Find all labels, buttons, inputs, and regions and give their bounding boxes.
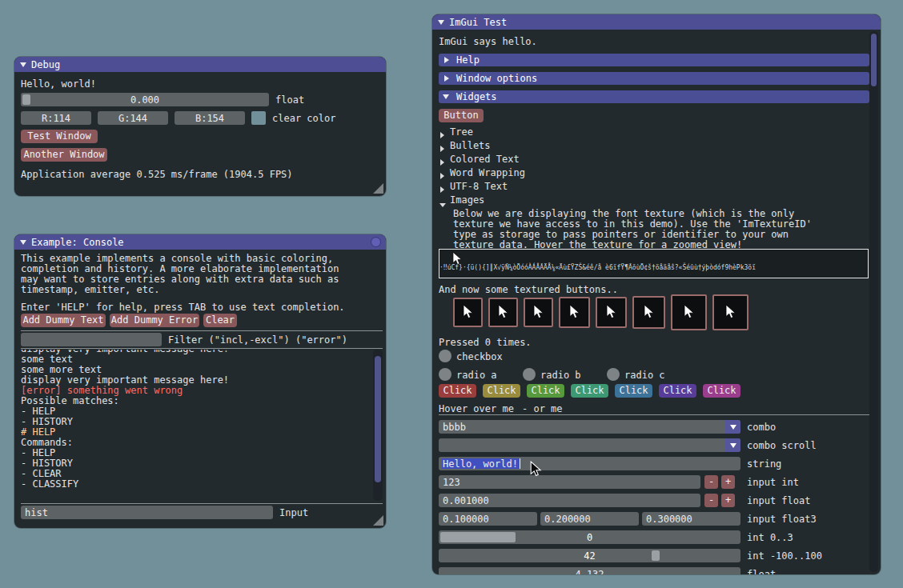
decrement-button[interactable]: - <box>704 494 718 507</box>
texture-glyph-line: ·‼úCf}·{ü(){]║X√ÿÑ¼òÖóóÀÁÂÃÄÅ⅛«Äù£ŸZŠ&éê… <box>439 264 868 271</box>
int-input-label: input int <box>747 477 799 488</box>
tree-node-label[interactable]: Word Wrapping <box>450 167 525 178</box>
int-slider[interactable]: 0 <box>439 530 740 544</box>
clear-button[interactable]: Clear <box>203 314 237 327</box>
click-button-1[interactable]: Click <box>439 384 476 398</box>
button-widget[interactable]: Button <box>439 109 484 122</box>
cursor-glyph-icon <box>569 304 580 320</box>
radio-c[interactable] <box>607 368 620 381</box>
image-button[interactable] <box>524 298 553 327</box>
resize-grip[interactable] <box>373 183 383 194</box>
float3-input-y[interactable]: 0.200000 <box>540 512 639 526</box>
image-button[interactable] <box>596 297 627 328</box>
color-g-field[interactable]: G:144 <box>98 111 168 125</box>
image-button[interactable] <box>559 297 590 328</box>
header-widgets[interactable]: Widgets <box>439 90 869 103</box>
font-texture-image[interactable]: ·‼úCf}·{ü(){]║X√ÿÑ¼òÖóóÀÁÂÃÄÅ⅛«Äù£ŸZŠ&éê… <box>439 249 869 278</box>
console-command-input[interactable]: hist <box>21 506 273 519</box>
log-line: Possible matches: <box>21 396 370 406</box>
filter-input[interactable] <box>21 333 162 346</box>
click-button-2[interactable]: Click <box>483 384 520 398</box>
collapse-arrow-icon[interactable] <box>20 62 26 67</box>
tree-node-label[interactable]: Images <box>450 194 484 206</box>
resize-grip[interactable] <box>373 515 383 526</box>
window-scrollbar[interactable] <box>869 31 878 572</box>
radio-b-label[interactable]: radio b <box>540 370 581 381</box>
int-slider-value: 0 <box>439 532 740 543</box>
checkbox[interactable] <box>439 350 451 362</box>
image-button[interactable] <box>453 298 483 327</box>
hover-over-me-text[interactable]: Hover over me <box>439 403 514 414</box>
log-scrollbar[interactable] <box>373 350 383 501</box>
header-help[interactable]: Help <box>439 54 869 66</box>
window-scrollbar-grab[interactable] <box>871 34 877 86</box>
checkbox-label[interactable]: checkbox <box>456 351 503 362</box>
combo-scroll-box[interactable] <box>439 438 740 452</box>
color-b-field[interactable]: B:154 <box>175 111 245 125</box>
float-slider-clipped[interactable]: 4.132 <box>439 567 740 574</box>
header-window-options[interactable]: Window options <box>439 72 869 85</box>
float-slider[interactable]: 0.000 <box>21 93 269 106</box>
image-button[interactable] <box>488 298 518 327</box>
increment-button[interactable]: + <box>721 475 735 489</box>
tree-node-label[interactable]: UTF-8 Text <box>450 181 508 192</box>
float3-input-z[interactable]: 0.300000 <box>642 512 740 526</box>
tree-node-word-wrapping[interactable] <box>440 170 444 182</box>
float-input[interactable]: 0.001000 <box>439 494 700 507</box>
test-titlebar[interactable]: ImGui Test <box>432 14 881 30</box>
click-button-6[interactable]: Click <box>659 384 696 398</box>
tree-arrow-icon <box>440 173 444 179</box>
string-input-value: Hello, world! <box>443 458 518 470</box>
or-me-text[interactable]: - or me <box>522 403 563 414</box>
click-button-3[interactable]: Click <box>527 384 564 398</box>
another-window-button[interactable]: Another Window <box>21 148 107 162</box>
radio-a[interactable] <box>439 368 451 381</box>
collapse-arrow-icon[interactable] <box>20 240 26 245</box>
tree-arrow-down-icon <box>439 203 446 207</box>
log-line: - CLASSIFY <box>21 479 370 490</box>
image-button[interactable] <box>671 294 707 330</box>
add-dummy-text-button[interactable]: Add Dummy Text <box>21 314 106 327</box>
separator <box>21 503 383 504</box>
tree-node-label[interactable]: Colored Text <box>450 154 520 165</box>
decrement-button[interactable]: - <box>704 475 718 489</box>
tree-node-label[interactable]: Bullets <box>450 140 491 151</box>
tree-node-images[interactable] <box>439 198 446 210</box>
radio-b[interactable] <box>523 368 536 381</box>
tree-node-bullets[interactable] <box>440 143 444 154</box>
string-input[interactable]: Hello, world! <box>439 457 740 470</box>
radio-a-label[interactable]: radio a <box>456 370 497 381</box>
click-button-5[interactable]: Click <box>615 384 652 398</box>
radio-c-label[interactable]: radio c <box>624 370 665 381</box>
log-line-command: # HELP <box>21 427 370 438</box>
console-window: Example: Console This example implements… <box>14 234 386 528</box>
tree-node-colored-text[interactable] <box>440 157 444 168</box>
collapse-arrow-icon[interactable] <box>438 20 444 25</box>
tree-node-tree[interactable] <box>440 130 444 141</box>
debug-titlebar[interactable]: Debug <box>14 57 386 72</box>
text-caret <box>520 458 520 469</box>
tree-node-label[interactable]: Tree <box>450 126 473 138</box>
cursor-glyph-icon <box>606 304 617 320</box>
combo-arrow-button[interactable] <box>725 438 740 452</box>
add-dummy-error-button[interactable]: Add Dummy Error <box>110 314 199 327</box>
chevron-down-icon <box>730 443 736 448</box>
color-r-field[interactable]: R:114 <box>21 111 91 125</box>
int-range-slider[interactable]: 42 <box>439 549 740 562</box>
combo-arrow-button[interactable] <box>725 420 740 434</box>
float3-input-x[interactable]: 0.100000 <box>439 512 537 526</box>
image-button[interactable] <box>632 296 665 329</box>
header-label: Widgets <box>456 90 497 103</box>
click-button-4[interactable]: Click <box>571 384 608 398</box>
int-input[interactable]: 123 <box>439 475 700 489</box>
combo-box[interactable]: bbbb <box>439 420 740 434</box>
separator <box>21 330 383 331</box>
log-scrollbar-grab[interactable] <box>375 356 381 482</box>
console-titlebar[interactable]: Example: Console <box>14 234 386 250</box>
click-button-7[interactable]: Click <box>703 384 740 398</box>
close-icon[interactable] <box>371 237 381 247</box>
increment-button[interactable]: + <box>721 494 735 507</box>
tree-node-utf8[interactable] <box>440 184 444 195</box>
image-button[interactable] <box>712 294 748 330</box>
test-window-button[interactable]: Test Window <box>21 130 98 143</box>
